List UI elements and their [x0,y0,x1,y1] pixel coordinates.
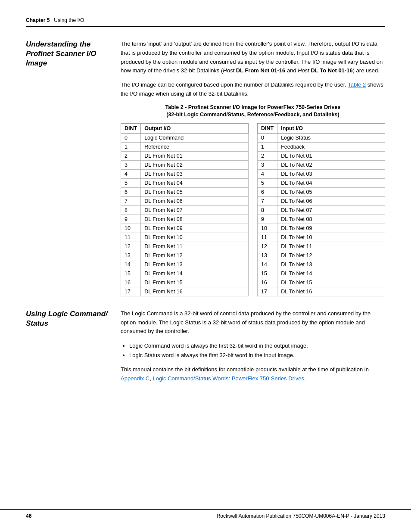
output-table-body: 0Logic Command1Reference2DL From Net 013… [121,133,249,296]
section2-bullets: Logic Command word is always the first 3… [129,341,385,360]
table-row: 2DL To Net 01 [258,151,385,160]
io-cell: DL From Net 04 [141,178,249,187]
dint-cell: 13 [258,251,277,260]
table-row: 3DL To Net 02 [258,160,385,169]
io-cell: DL From Net 09 [141,224,249,233]
io-cell: Logic Command [141,133,249,142]
io-cell: DL From Net 02 [141,160,249,169]
input-col-io: Input I/O [277,123,385,133]
table-row: 4DL To Net 03 [258,169,385,178]
table-wrapper: DINT Output I/O 0Logic Command1Reference… [121,123,385,296]
dint-cell: 0 [121,133,141,142]
table-row: 5DL From Net 04 [121,178,249,187]
table-row: 4DL From Net 03 [121,169,249,178]
io-cell: DL To Net 04 [277,178,385,187]
section1-heading: Understanding the Profinet Scanner I/O I… [26,40,112,68]
output-col-dint: DINT [121,123,141,133]
input-table-body: 0Logic Status1Feedback2DL To Net 013DL T… [258,133,385,296]
table2-link[interactable]: Table 2 [348,81,366,88]
table-row: 7DL From Net 06 [121,196,249,205]
section2-content: The Logic Command is a 32-bit word of co… [121,309,385,389]
table-row: 2DL From Net 01 [121,151,249,160]
io-cell: DL From Net 05 [141,187,249,196]
table-row: 1Reference [121,142,249,151]
bullet-1: Logic Command word is always the first 3… [129,341,385,351]
bullet-2: Logic Status word is always the first 32… [129,351,385,360]
chapter-label: Chapter 5 [26,17,50,23]
dint-cell: 13 [121,251,141,260]
page-footer: 46 Rockwell Automation Publication 750CO… [0,509,411,519]
table-row: 6DL To Net 05 [258,187,385,196]
input-io-table: DINT Input I/O 0Logic Status1Feedback2DL… [257,123,385,296]
publication-info: Rockwell Automation Publication 750COM-U… [217,513,385,519]
io-cell: DL To Net 14 [277,269,385,278]
io-cell: DL From Net 06 [141,196,249,205]
dint-cell: 4 [258,169,277,178]
page: Chapter 5 Using the I/O Understanding th… [0,0,411,532]
table-row: 10DL To Net 09 [258,224,385,233]
dint-cell: 6 [258,187,277,196]
dint-cell: 12 [121,242,141,251]
table-row: 11DL To Net 10 [258,233,385,242]
dint-cell: 7 [121,196,141,205]
dint-cell: 7 [258,196,277,205]
appendix-c-link[interactable]: Appendix C [121,375,149,382]
dint-cell: 11 [258,233,277,242]
io-cell: DL From Net 15 [141,278,249,287]
io-cell: DL To Net 15 [277,278,385,287]
table-row: 14DL From Net 13 [121,260,249,269]
table-row: 6DL From Net 05 [121,187,249,196]
io-cell: DL From Net 11 [141,242,249,251]
io-cell: DL To Net 16 [277,287,385,296]
dint-cell: 16 [121,278,141,287]
io-cell: DL From Net 03 [141,169,249,178]
table-row: 14DL To Net 13 [258,260,385,269]
dint-cell: 15 [121,269,141,278]
dint-cell: 3 [258,160,277,169]
section2-heading: Using Logic Command/ Status [26,309,112,328]
table-row: 10DL From Net 09 [121,224,249,233]
io-cell: DL To Net 11 [277,242,385,251]
dint-cell: 12 [258,242,277,251]
io-cell: DL From Net 01 [141,151,249,160]
dint-cell: 6 [121,187,141,196]
io-cell: DL To Net 13 [277,260,385,269]
io-cell: Reference [141,142,249,151]
dint-cell: 15 [258,269,277,278]
dint-cell: 14 [258,260,277,269]
table-row: 15DL To Net 14 [258,269,385,278]
io-cell: DL To Net 09 [277,224,385,233]
dint-cell: 4 [121,169,141,178]
table-row: 16DL To Net 15 [258,278,385,287]
header-title: Using the I/O [54,17,84,23]
table-row: 17DL To Net 16 [258,287,385,296]
table-row: 0Logic Status [258,133,385,142]
dint-cell: 10 [121,224,141,233]
dint-cell: 0 [258,133,277,142]
io-cell: DL To Net 02 [277,160,385,169]
table-row: 12DL To Net 11 [258,242,385,251]
table-row: 3DL From Net 02 [121,160,249,169]
logic-command-link[interactable]: Logic Command/Status Words: PowerFlex 75… [153,375,304,382]
table-row: 9DL To Net 08 [258,215,385,224]
io-cell: DL From Net 07 [141,205,249,215]
dint-cell: 9 [121,215,141,224]
page-header: Chapter 5 Using the I/O [26,17,385,27]
dint-cell: 16 [258,278,277,287]
dint-cell: 3 [121,160,141,169]
dint-cell: 8 [258,205,277,215]
table-caption: Table 2 - Profinet Scanner I/O Image for… [121,104,385,119]
dint-cell: 11 [121,233,141,242]
table-row: 8DL To Net 07 [258,205,385,215]
output-col-io: Output I/O [141,123,249,133]
table-row: 15DL From Net 14 [121,269,249,278]
dint-cell: 2 [121,151,141,160]
dint-cell: 8 [121,205,141,215]
dint-cell: 2 [258,151,277,160]
table-row: 7DL To Net 06 [258,196,385,205]
section2-para2: This manual contains the bit definitions… [121,365,385,383]
dint-cell: 1 [258,142,277,151]
io-cell: DL To Net 03 [277,169,385,178]
page-number: 46 [26,513,31,519]
dint-cell: 5 [258,178,277,187]
